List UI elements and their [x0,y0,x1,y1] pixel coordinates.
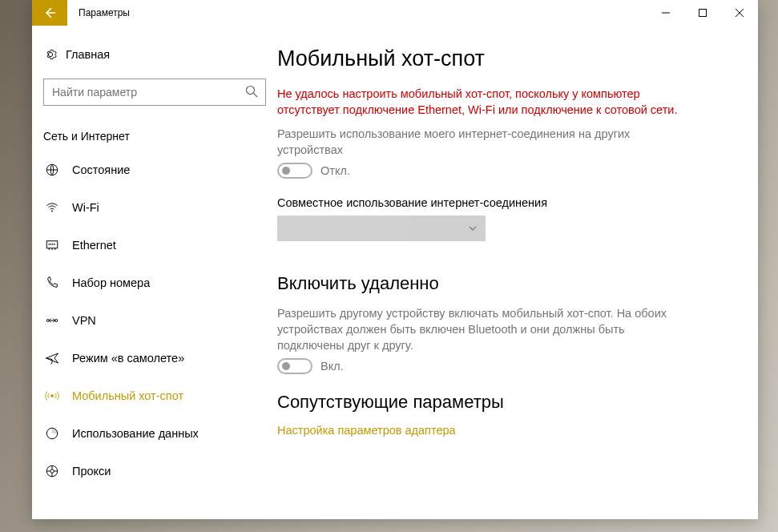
sidebar: Главная Сеть и Интернет Состояние Wi-Fi [32,26,277,519]
svg-point-12 [50,469,54,473]
gear-icon [43,48,58,61]
globe-icon [43,163,61,177]
ethernet-icon [43,238,61,252]
sidebar-item-datausage[interactable]: Использование данных [32,414,277,452]
sidebar-item-ethernet[interactable]: Ethernet [32,226,277,264]
sidebar-item-wifi[interactable]: Wi-Fi [32,188,277,226]
remote-section-desc: Разрешить другому устройству включать мо… [277,305,694,353]
sidebar-item-airplane[interactable]: Режим «в самолете» [32,339,277,377]
search-container [43,79,266,106]
share-from-label: Совместное использование интернет-соедин… [277,196,734,209]
sidebar-item-proxy[interactable]: Прокси [32,452,277,490]
minimize-icon [662,9,670,17]
wifi-icon [43,200,61,215]
search-icon [245,85,258,101]
remote-toggle[interactable] [277,358,312,374]
proxy-icon [43,464,61,478]
sidebar-item-label: Состояние [72,163,130,176]
settings-window: Параметры Главная [32,0,758,519]
sidebar-item-label: Использование данных [72,427,199,440]
maximize-icon [699,9,707,17]
sidebar-item-dialup[interactable]: Набор номера [32,264,277,301]
sidebar-item-vpn[interactable]: VPN [32,301,277,339]
share-description: Разрешить использование моего интернет-с… [277,126,694,158]
svg-point-5 [51,210,53,212]
svg-line-3 [254,94,258,98]
sidebar-item-label: VPN [72,314,96,327]
share-toggle-row: Откл. [277,163,734,179]
data-usage-icon [43,426,61,441]
share-toggle[interactable] [277,163,312,179]
svg-rect-6 [46,240,58,248]
toggle-knob [282,167,290,175]
hotspot-error-message: Не удалось настроить мобильный хот-спот,… [277,86,694,118]
adapter-settings-link[interactable]: Настройка параметров адаптера [277,424,734,437]
share-from-dropdown[interactable] [277,216,486,241]
sidebar-item-label: Wi-Fi [72,201,99,214]
chevron-down-icon [468,224,478,233]
phone-icon [43,276,61,290]
window-title: Параметры [79,7,130,18]
main-content: Мобильный хот-спот Не удалось настроить … [277,26,758,519]
arrow-left-icon [43,6,56,19]
remote-section-title: Включить удаленно [277,273,734,294]
sidebar-item-label: Режим «в самолете» [72,352,184,365]
remote-toggle-label: Вкл. [320,360,344,373]
sidebar-item-status[interactable]: Состояние [32,151,277,188]
sidebar-item-label: Набор номера [72,276,150,289]
svg-rect-1 [699,10,707,17]
home-button[interactable]: Главная [32,42,277,67]
maximize-button[interactable] [684,0,721,26]
sidebar-item-hotspot[interactable]: Мобильный хот-спот [32,377,277,414]
search-input[interactable] [43,79,266,106]
hotspot-icon [43,389,61,403]
svg-point-9 [51,394,54,397]
close-icon [736,9,744,17]
sidebar-group-title: Сеть и Интернет [43,130,277,143]
home-label: Главная [66,48,110,61]
sidebar-nav: Состояние Wi-Fi Ethernet Набор номера VP [32,151,277,490]
share-toggle-label: Откл. [320,164,350,177]
remote-toggle-row: Вкл. [277,358,734,374]
close-button[interactable] [721,0,758,26]
sidebar-item-label: Мобильный хот-спот [72,389,183,402]
airplane-icon [43,351,61,365]
sidebar-item-label: Ethernet [72,239,116,252]
back-button[interactable] [32,0,67,26]
titlebar: Параметры [32,0,758,26]
vpn-icon [43,313,61,328]
svg-point-2 [247,87,255,95]
window-controls [647,0,758,26]
sidebar-item-label: Прокси [72,465,111,478]
related-section-title: Сопутствующие параметры [277,392,734,413]
minimize-button[interactable] [647,0,684,26]
page-title: Мобильный хот-спот [277,46,734,71]
toggle-knob [282,362,290,370]
window-body: Главная Сеть и Интернет Состояние Wi-Fi [32,26,758,519]
